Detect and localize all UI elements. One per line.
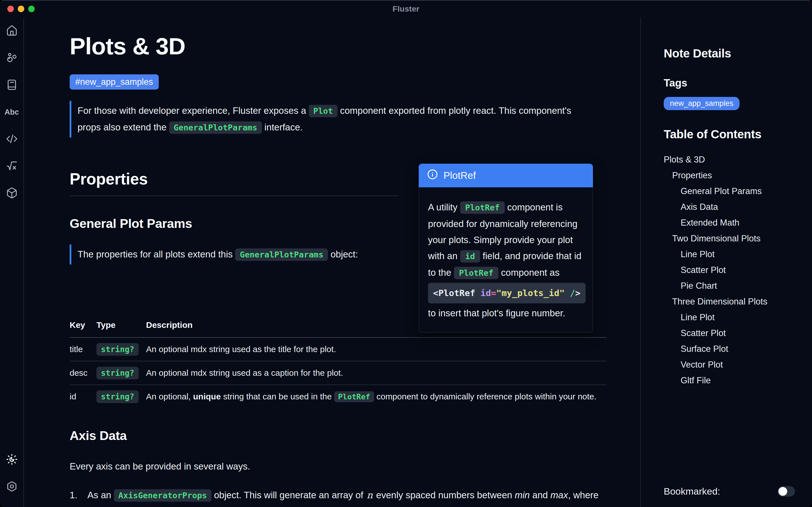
toc-item[interactable]: Vector Plot (664, 357, 795, 373)
inline-code: GeneralPlotParams (235, 248, 328, 261)
bookmark-row: Bookmarked: (664, 486, 795, 497)
table-row: titlestring?An optional mdx string used … (70, 338, 606, 361)
sidebar-item-code[interactable] (4, 133, 20, 145)
inline-code: id (460, 250, 480, 263)
info-icon (427, 169, 438, 182)
column-header-key: Key (70, 320, 96, 330)
tags-heading: Tags (664, 77, 795, 89)
page-title: Plots & 3D (70, 34, 640, 59)
inline-code: GeneralPlotParams (169, 121, 262, 134)
table-row: descstring?An optional mdx string used a… (70, 361, 606, 385)
cube-icon (6, 187, 18, 200)
app-window: Fluster Abc Plots & 3D #new_app_samples … (0, 0, 812, 507)
cell-key: title (70, 344, 96, 354)
cell-key: id (70, 392, 96, 401)
cell-description: An optional mdx string used as the title… (146, 344, 606, 354)
toc-item[interactable]: General Plot Params (664, 183, 795, 199)
bookmarked-toggle[interactable] (777, 486, 795, 497)
toc-item[interactable]: Pie Chart (664, 278, 795, 294)
axis-data-heading: Axis Data (70, 429, 640, 443)
inline-code: PlotRef (460, 202, 505, 214)
table-of-contents: Plots & 3DPropertiesGeneral Plot ParamsA… (664, 152, 795, 388)
cell-description: An optional mdx string used as a caption… (146, 368, 606, 378)
inline-code: PlotRef (334, 391, 374, 402)
list-item: 1.As an AxisGeneratorProps object. This … (70, 487, 640, 504)
sidebar-item-text-abc[interactable]: Abc (4, 106, 20, 118)
props-table: Key Type Description titlestring?An opti… (70, 320, 606, 408)
sidebar-item-cube[interactable] (4, 187, 20, 200)
column-header-type: Type (96, 320, 146, 330)
inline-code-snippet: <PlotRef id="my_plots_id" /> (428, 283, 586, 303)
toc-item[interactable]: Extended Math (664, 215, 795, 231)
toc-item[interactable]: Axis Data (664, 199, 795, 215)
sidebar-item-square-root[interactable] (4, 160, 20, 172)
square-root-icon (6, 160, 18, 173)
titlebar: Fluster (0, 1, 812, 17)
minimize-button[interactable] (18, 6, 24, 12)
plotref-callout-body: A utility PlotRef component is provided … (419, 187, 593, 333)
cell-key: desc (70, 368, 96, 378)
left-sidebar: Abc (0, 17, 24, 507)
home-icon (6, 25, 18, 38)
toc-item[interactable]: Three Dimensional Plots (664, 294, 795, 309)
inline-code: AxisGeneratorProps (114, 489, 211, 502)
toc-item[interactable]: Line Plot (664, 309, 795, 325)
type-chip: string? (96, 343, 139, 356)
plotref-callout-title: PlotRef (444, 170, 476, 181)
type-chip: string? (96, 367, 139, 379)
theme-toggle-icon (6, 453, 18, 466)
traffic-lights (7, 6, 35, 12)
close-button[interactable] (7, 6, 14, 12)
book-icon (6, 79, 18, 92)
sidebar-item-theme-toggle[interactable] (4, 453, 20, 466)
note-details-heading: Note Details (664, 47, 795, 60)
divider (70, 195, 399, 196)
toc-item[interactable]: Two Dimensional Plots (664, 231, 795, 246)
tag-pill[interactable]: new_app_samples (664, 97, 740, 110)
toc-item[interactable]: Plots & 3D (664, 152, 795, 168)
axis-list: 1.As an AxisGeneratorProps object. This … (70, 487, 640, 504)
code-icon (6, 133, 18, 146)
bubbles-icon (6, 52, 18, 64)
toc-item[interactable]: Properties (664, 168, 795, 183)
plotref-callout: PlotRef A utility PlotRef component is p… (419, 164, 593, 333)
plotref-callout-header: PlotRef (419, 164, 593, 187)
sidebar-item-home[interactable] (4, 25, 20, 37)
toc-item[interactable]: Scatter Plot (664, 325, 795, 341)
cell-description: An optional, unique string that can be u… (146, 392, 606, 401)
toc-item[interactable]: Surface Plot (664, 341, 795, 357)
toc-item[interactable]: Line Plot (664, 246, 795, 262)
app-title: Fluster (393, 4, 419, 13)
sidebar-item-settings[interactable] (4, 481, 20, 493)
right-panel: Note Details Tags new_app_samples Table … (640, 17, 812, 507)
toc-item[interactable]: Scatter Plot (664, 262, 795, 278)
sidebar-item-book[interactable] (4, 79, 20, 91)
table-row: idstring?An optional, unique string that… (70, 385, 606, 408)
text-abc-icon: Abc (4, 108, 19, 117)
zoom-button[interactable] (28, 6, 35, 12)
inline-code: Plot (309, 105, 338, 117)
sidebar-item-bubbles[interactable] (4, 52, 20, 64)
axis-data-paragraph: Every axis can be provided in several wa… (70, 461, 640, 472)
type-chip: string? (96, 390, 139, 403)
toc-item[interactable]: Gltf File (664, 373, 795, 388)
table-of-contents-heading: Table of Contents (664, 128, 795, 141)
bookmarked-label: Bookmarked: (664, 486, 720, 497)
settings-icon (6, 481, 18, 493)
toggle-knob (778, 487, 787, 496)
intro-quote: For those with developer experience, Flu… (70, 101, 583, 137)
tag-pill[interactable]: #new_app_samples (70, 74, 159, 90)
inline-code: PlotRef (454, 267, 499, 279)
